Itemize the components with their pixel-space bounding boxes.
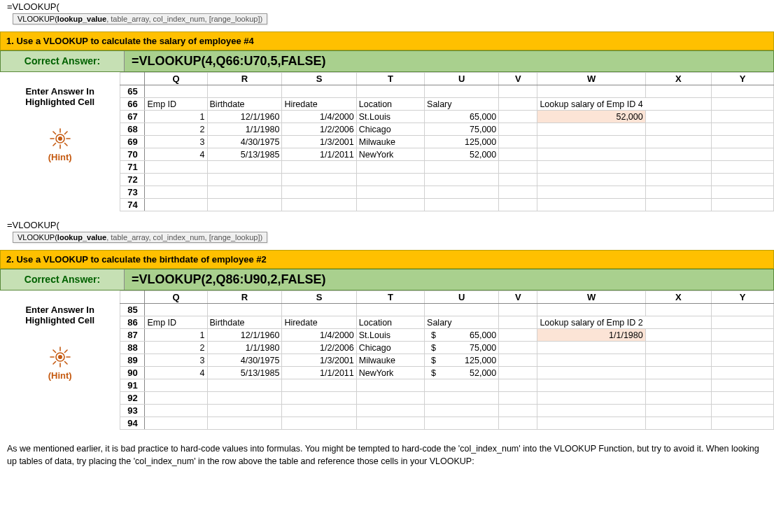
cell[interactable] — [282, 379, 356, 392]
cell[interactable]: 75,000 — [425, 123, 499, 136]
cell[interactable]: 1/2/2006 — [282, 123, 356, 136]
cell[interactable] — [537, 354, 645, 367]
cell[interactable] — [282, 392, 356, 405]
cell[interactable]: 52,000 — [425, 148, 499, 161]
cell[interactable]: $75,000 — [425, 342, 499, 354]
cell[interactable] — [645, 379, 711, 392]
cell[interactable]: 4/30/1975 — [207, 354, 282, 367]
cell[interactable] — [145, 417, 207, 430]
cell[interactable]: $125,000 — [425, 354, 499, 367]
cell[interactable] — [537, 85, 645, 98]
cell[interactable]: 3 — [145, 354, 207, 367]
cell[interactable]: 12/1/1960 — [207, 329, 282, 342]
cell[interactable] — [207, 199, 282, 211]
cell[interactable]: Birthdate — [207, 316, 282, 329]
cell[interactable] — [537, 136, 645, 148]
cell[interactable]: Salary — [425, 98, 499, 111]
cell[interactable] — [537, 174, 645, 186]
cell[interactable]: 2 — [145, 123, 207, 136]
col-header[interactable]: Q — [145, 73, 207, 85]
col-header[interactable]: S — [282, 291, 356, 304]
cell[interactable] — [282, 186, 356, 199]
cell[interactable]: 3 — [145, 136, 207, 148]
cell[interactable] — [645, 354, 711, 367]
cell[interactable] — [207, 161, 282, 174]
cell[interactable] — [712, 98, 774, 111]
cell[interactable] — [425, 186, 499, 199]
cell[interactable]: Milwauke — [356, 354, 424, 367]
cell[interactable] — [282, 199, 356, 211]
cell[interactable] — [712, 186, 774, 199]
row-header[interactable]: 70 — [120, 148, 145, 161]
cell[interactable] — [207, 405, 282, 417]
col-header[interactable]: U — [425, 291, 499, 304]
cell[interactable] — [425, 304, 499, 316]
cell[interactable] — [499, 379, 537, 392]
cell[interactable]: Hiredate — [282, 316, 356, 329]
col-header[interactable]: R — [207, 291, 282, 304]
row-header[interactable]: 73 — [120, 186, 145, 199]
cell[interactable] — [499, 85, 537, 98]
result-cell-1[interactable]: 52,000 — [537, 111, 645, 123]
cell[interactable] — [425, 405, 499, 417]
col-header[interactable]: X — [645, 291, 711, 304]
col-header[interactable]: T — [356, 291, 424, 304]
col-header[interactable]: V — [499, 73, 537, 85]
cell[interactable] — [207, 85, 282, 98]
cell[interactable]: 1/1/2011 — [282, 367, 356, 379]
cell[interactable] — [499, 316, 537, 329]
cell[interactable] — [145, 199, 207, 211]
cell[interactable] — [712, 342, 774, 354]
spreadsheet-2[interactable]: Q R S T U V W X Y 85 86 Emp ID Birthdate… — [120, 290, 774, 430]
cell[interactable] — [207, 379, 282, 392]
cell[interactable] — [712, 392, 774, 405]
cell[interactable] — [499, 98, 537, 111]
cell[interactable]: 1 — [145, 329, 207, 342]
cell[interactable] — [207, 392, 282, 405]
cell[interactable] — [712, 405, 774, 417]
cell[interactable]: Birthdate — [207, 98, 282, 111]
cell[interactable] — [356, 405, 424, 417]
cell[interactable] — [425, 174, 499, 186]
cell[interactable] — [712, 316, 774, 329]
row-header[interactable]: 74 — [120, 199, 145, 211]
cell[interactable] — [645, 98, 711, 111]
hint-button-2[interactable]: (Hint) — [0, 345, 120, 381]
cell[interactable] — [537, 417, 645, 430]
cell[interactable] — [499, 148, 537, 161]
cell[interactable] — [712, 367, 774, 379]
cell[interactable] — [712, 111, 774, 123]
cell[interactable] — [499, 123, 537, 136]
cell[interactable]: 1/1/1980 — [207, 123, 282, 136]
cell[interactable] — [645, 199, 711, 211]
row-header[interactable]: 65 — [120, 85, 145, 98]
row-header[interactable]: 67 — [120, 111, 145, 123]
cell[interactable] — [425, 199, 499, 211]
cell[interactable]: $52,000 — [425, 367, 499, 379]
col-header[interactable]: V — [499, 291, 537, 304]
row-header[interactable]: 92 — [120, 392, 145, 405]
cell[interactable] — [645, 161, 711, 174]
row-header[interactable]: 85 — [120, 304, 145, 316]
cell[interactable] — [356, 379, 424, 392]
col-header[interactable]: X — [645, 73, 711, 85]
col-header[interactable]: U — [425, 73, 499, 85]
row-header[interactable]: 93 — [120, 405, 145, 417]
cell[interactable] — [645, 329, 711, 342]
cell[interactable]: 5/13/1985 — [207, 148, 282, 161]
cell[interactable]: St.Louis — [356, 111, 424, 123]
cell[interactable] — [645, 186, 711, 199]
cell[interactable] — [712, 136, 774, 148]
spreadsheet-1[interactable]: Q R S T U V W X Y 65 66 Emp ID Birthdate… — [120, 72, 774, 211]
cell[interactable]: NewYork — [356, 367, 424, 379]
cell[interactable] — [356, 392, 424, 405]
cell[interactable] — [356, 417, 424, 430]
cell[interactable] — [537, 392, 645, 405]
cell[interactable]: 1 — [145, 111, 207, 123]
cell[interactable] — [425, 392, 499, 405]
cell[interactable]: 65,000 — [425, 111, 499, 123]
row-header[interactable]: 68 — [120, 123, 145, 136]
cell[interactable] — [145, 174, 207, 186]
cell[interactable] — [645, 111, 711, 123]
row-header[interactable]: 69 — [120, 136, 145, 148]
